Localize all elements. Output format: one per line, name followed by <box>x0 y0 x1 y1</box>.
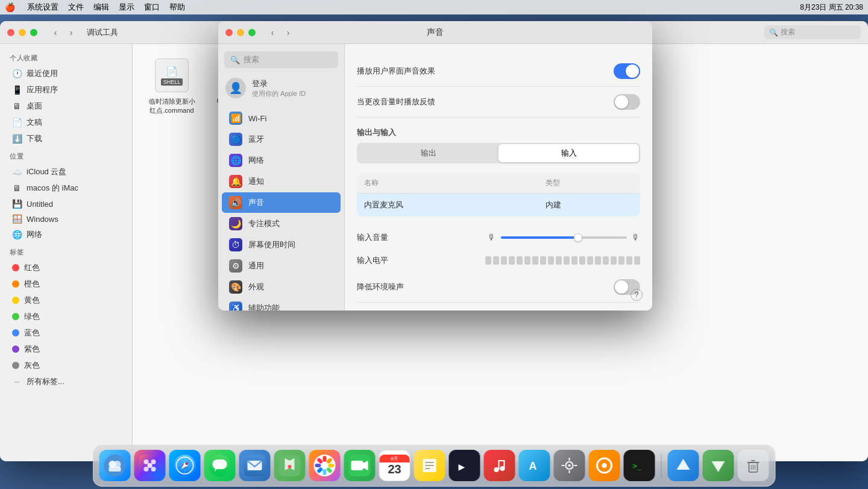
back-button[interactable]: ‹ <box>49 27 61 39</box>
syspref-item-focus[interactable]: 🌙 专注模式 <box>222 213 341 234</box>
syspref-forward-button[interactable]: › <box>282 27 294 39</box>
menubar-system-prefs[interactable]: 系统设置 <box>27 2 58 13</box>
sidebar-item-desktop[interactable]: 🖥 桌面 <box>2 98 130 114</box>
svg-rect-25 <box>323 456 327 462</box>
dock-safari[interactable] <box>169 450 201 481</box>
dock-messages[interactable] <box>204 450 236 481</box>
maximize-button[interactable] <box>30 29 37 36</box>
syspref-item-screen-time[interactable]: ⏱ 屏幕使用时间 <box>222 235 341 255</box>
sidebar-label-downloads: 下载 <box>27 133 42 144</box>
wifi-icon: 📶 <box>229 112 242 125</box>
sidebar-item-tag-gray[interactable]: 灰色 <box>2 358 130 373</box>
imac-icon: 🖥 <box>12 183 22 193</box>
feedback-toggle[interactable] <box>614 94 640 110</box>
sidebar-item-icloud[interactable]: ☁️ iCloud 云盘 <box>2 164 130 180</box>
svg-text:A: A <box>529 460 537 472</box>
level-bars <box>485 256 640 265</box>
level-bar-1 <box>485 256 491 265</box>
sidebar-item-tag-purple[interactable]: 紫色 <box>2 341 130 357</box>
syspref-minimize-button[interactable] <box>237 29 244 36</box>
sidebar-item-tag-yellow[interactable]: 黄色 <box>2 292 130 308</box>
syspref-item-network[interactable]: 🌐 网络 <box>222 150 341 171</box>
dock-appletv[interactable]: ▶ <box>449 450 480 481</box>
svg-point-7 <box>144 467 149 472</box>
dock-finder[interactable] <box>99 450 131 481</box>
login-info: 登录 使用你的 Apple ID <box>252 78 337 98</box>
file-item-shell1[interactable]: 📄 SHELL 临时清除更新小红点.command <box>145 56 199 115</box>
dock-syspref[interactable] <box>554 450 585 481</box>
apple-menu[interactable]: 🍎 <box>5 2 15 12</box>
forward-button[interactable]: › <box>65 27 77 39</box>
sidebar-item-untitled[interactable]: 💾 Untitled <box>2 197 130 211</box>
sidebar-item-docs[interactable]: 📄 文稿 <box>2 115 130 130</box>
syspref-login-row[interactable]: 👤 登录 使用你的 Apple ID <box>218 73 344 103</box>
sidebar-item-network[interactable]: 🌐 网络 <box>2 227 130 242</box>
dock-downie[interactable] <box>703 450 734 481</box>
play-ui-sounds-toggle[interactable] <box>614 63 640 79</box>
svg-rect-44 <box>498 460 500 470</box>
sidebar-item-tag-blue[interactable]: 蓝色 <box>2 325 130 341</box>
dock-calendar[interactable]: 8月 23 <box>379 450 410 481</box>
sidebar-item-tag-red[interactable]: 红色 <box>2 260 130 276</box>
syspref-window-controls <box>225 29 256 36</box>
network-icon: 🌐 <box>12 230 22 239</box>
sidebar-item-recent[interactable]: 🕐 最近使用 <box>2 66 130 81</box>
input-volume-slider[interactable] <box>501 236 627 239</box>
sidebar-item-all-tags[interactable]: ··· 所有标签... <box>2 374 130 390</box>
syspref-item-bt[interactable]: 🔵 蓝牙 <box>222 129 341 150</box>
syspref-item-general[interactable]: ⚙ 通用 <box>222 256 341 276</box>
svg-marker-57 <box>712 461 725 472</box>
dock-maps[interactable] <box>274 450 306 481</box>
dock-music[interactable] <box>484 450 515 481</box>
syspref-item-sound[interactable]: 🔊 声音 <box>222 192 341 213</box>
svg-rect-52 <box>574 465 577 466</box>
level-bar-12 <box>571 256 577 265</box>
downloads-icon: ⬇️ <box>12 134 22 144</box>
dock-notes[interactable] <box>414 450 445 481</box>
dock-facetime[interactable] <box>344 450 376 481</box>
minimize-button[interactable] <box>19 29 26 36</box>
dock-mail[interactable] <box>239 450 271 481</box>
syspref-maximize-button[interactable] <box>248 29 256 36</box>
syspref-item-appear[interactable]: 🎨 外观 <box>222 277 341 297</box>
finder-search[interactable]: 🔍 搜索 <box>764 25 861 39</box>
syspref-back-button[interactable]: ‹ <box>266 27 278 39</box>
network-icon: 🌐 <box>229 154 242 167</box>
syspref-item-notif[interactable]: 🔔 通知 <box>222 171 341 192</box>
dock-terminal[interactable]: >_ <box>624 450 655 481</box>
dock-diskutil[interactable] <box>589 450 620 481</box>
svg-text:>_: >_ <box>633 462 642 470</box>
level-bar-13 <box>579 256 585 265</box>
syspref-item-wifi[interactable]: 📶 Wi-Fi <box>222 108 341 128</box>
dock-appstore[interactable]: A <box>519 450 550 481</box>
sidebar-item-tag-green[interactable]: 绿色 <box>2 309 130 324</box>
syspref-close-button[interactable] <box>225 29 233 36</box>
sidebar-item-tag-orange[interactable]: 橙色 <box>2 276 130 292</box>
svg-rect-31 <box>315 464 321 467</box>
help-button[interactable]: ? <box>631 289 643 301</box>
tab-input[interactable]: 输入 <box>498 144 639 162</box>
sidebar-item-downloads[interactable]: ⬇️ 下载 <box>2 131 130 147</box>
menubar-view[interactable]: 显示 <box>119 2 134 13</box>
sidebar-item-imac[interactable]: 🖥 macos 的 iMac <box>2 180 130 196</box>
table-row[interactable]: 内置麦克风 内建 <box>357 194 640 217</box>
level-bar-2 <box>493 256 499 265</box>
dock-trash[interactable] <box>738 450 769 481</box>
menubar-help[interactable]: 帮助 <box>169 2 185 13</box>
dock-photos[interactable] <box>309 450 341 481</box>
input-level-row: 输入电平 <box>357 249 640 272</box>
dock-launchpad[interactable] <box>134 450 166 481</box>
menubar-file[interactable]: 文件 <box>68 2 84 13</box>
sidebar-item-windows[interactable]: 🪟 Windows <box>2 212 130 226</box>
tab-bar: 输出 输入 <box>357 143 640 163</box>
syspref-search[interactable]: 🔍 搜索 <box>224 51 338 68</box>
level-bar-19 <box>626 256 632 265</box>
close-button[interactable] <box>7 29 14 36</box>
tab-output[interactable]: 输出 <box>358 144 498 162</box>
menubar-edit[interactable]: 编辑 <box>93 2 109 13</box>
dock-yoink[interactable] <box>668 450 699 481</box>
menubar-window[interactable]: 窗口 <box>144 2 160 13</box>
sidebar-item-apps[interactable]: 📱 应用程序 <box>2 82 130 98</box>
level-bar-9 <box>548 256 554 265</box>
syspref-item-access[interactable]: ♿ 辅助功能 <box>222 298 341 311</box>
